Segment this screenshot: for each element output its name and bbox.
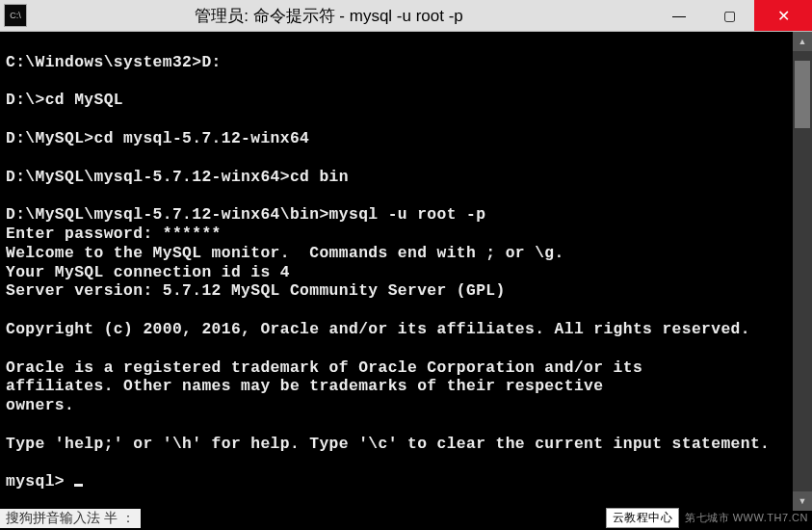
watermark-badge: 云教程中心 bbox=[606, 508, 680, 528]
terminal-line bbox=[6, 301, 806, 320]
close-button[interactable]: ✕ bbox=[754, 0, 812, 31]
terminal-line: Oracle is a registered trademark of Orac… bbox=[6, 358, 806, 378]
terminal-line: D:\MySQL>cd mysql-5.7.12-winx64 bbox=[6, 129, 806, 148]
watermark: 云教程中心 第七城市 WWW.TH7.CN bbox=[606, 508, 808, 528]
terminal-line bbox=[6, 148, 806, 168]
terminal-line bbox=[6, 186, 806, 205]
terminal-line bbox=[6, 34, 806, 53]
scroll-track[interactable] bbox=[793, 51, 812, 491]
ime-status-bar: 搜狗拼音输入法 半 ： bbox=[0, 509, 141, 528]
terminal-line bbox=[6, 415, 806, 435]
titlebar[interactable]: C:\ 管理员: 命令提示符 - mysql -u root -p — ▢ ✕ bbox=[0, 0, 812, 32]
terminal-line bbox=[6, 110, 806, 129]
terminal-line: Enter password: ****** bbox=[6, 225, 806, 244]
terminal-line: mysql> bbox=[6, 472, 806, 491]
terminal-output[interactable]: C:\Windows\system32>D:D:\>cd MySQLD:\MyS… bbox=[0, 32, 812, 511]
app-icon: C:\ bbox=[4, 4, 27, 27]
terminal-line: Server version: 5.7.12 MySQL Community S… bbox=[6, 281, 806, 301]
minimize-button[interactable]: — bbox=[654, 0, 704, 31]
terminal-line: C:\Windows\system32>D: bbox=[6, 53, 806, 72]
scroll-up-button[interactable]: ▲ bbox=[793, 32, 812, 51]
text-cursor bbox=[74, 484, 83, 487]
caption-buttons: — ▢ ✕ bbox=[654, 0, 812, 31]
terminal-line bbox=[6, 454, 806, 473]
maximize-button[interactable]: ▢ bbox=[704, 0, 754, 31]
terminal-line bbox=[6, 339, 806, 358]
terminal-line: D:\MySQL\mysql-5.7.12-winx64>cd bin bbox=[6, 168, 806, 187]
terminal-line bbox=[6, 72, 806, 92]
terminal-line: D:\MySQL\mysql-5.7.12-winx64\bin>mysql -… bbox=[6, 205, 806, 225]
terminal-line: D:\>cd MySQL bbox=[6, 91, 806, 110]
window-title: 管理员: 命令提示符 - mysql -u root -p bbox=[33, 5, 654, 27]
terminal-line: Type 'help;' or '\h' for help. Type '\c'… bbox=[6, 435, 806, 454]
terminal-container: C:\Windows\system32>D:D:\>cd MySQLD:\MyS… bbox=[0, 32, 812, 511]
scrollbar[interactable]: ▲ ▼ bbox=[793, 32, 812, 511]
scroll-thumb[interactable] bbox=[795, 61, 810, 128]
terminal-line: Copyright (c) 2000, 2016, Oracle and/or … bbox=[6, 320, 806, 339]
terminal-line: Your MySQL connection id is 4 bbox=[6, 263, 806, 282]
terminal-line: Welcome to the MySQL monitor. Commands e… bbox=[6, 244, 806, 263]
terminal-line: owners. bbox=[6, 396, 806, 415]
terminal-line: affiliates. Other names may be trademark… bbox=[6, 377, 806, 396]
watermark-text: 第七城市 WWW.TH7.CN bbox=[685, 511, 808, 525]
